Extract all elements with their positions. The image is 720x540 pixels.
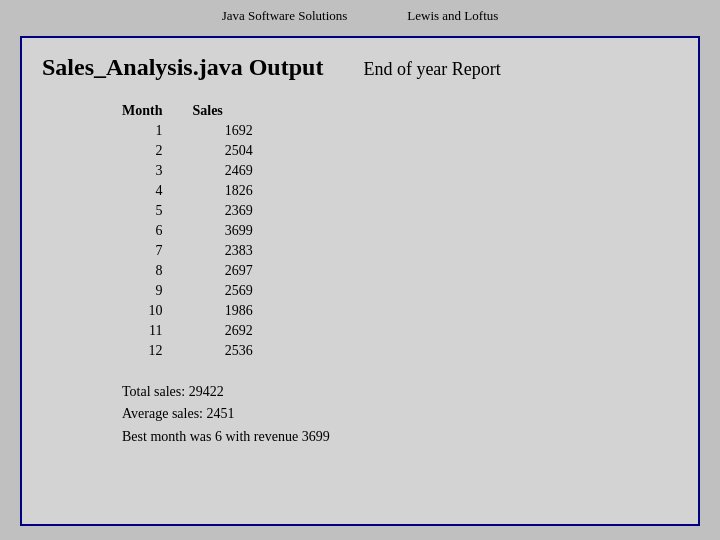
sales-cell: 2536 xyxy=(192,341,252,361)
table-row: 32469 xyxy=(122,161,253,181)
sales-cell: 1986 xyxy=(192,301,252,321)
table-row: 122536 xyxy=(122,341,253,361)
month-cell: 11 xyxy=(122,321,192,341)
table-row: 82697 xyxy=(122,261,253,281)
average-sales: Average sales: 2451 xyxy=(122,403,678,425)
month-cell: 1 xyxy=(122,121,192,141)
month-cell: 6 xyxy=(122,221,192,241)
sales-table: Month Sales 1169222504324694182652369636… xyxy=(122,101,253,361)
month-header: Month xyxy=(122,101,192,121)
table-row: 22504 xyxy=(122,141,253,161)
table-row: 63699 xyxy=(122,221,253,241)
sales-cell: 2692 xyxy=(192,321,252,341)
month-cell: 4 xyxy=(122,181,192,201)
table-row: 112692 xyxy=(122,321,253,341)
month-cell: 9 xyxy=(122,281,192,301)
sales-cell: 2469 xyxy=(192,161,252,181)
sales-cell: 1692 xyxy=(192,121,252,141)
page-title: Sales_Analysis.java Output xyxy=(42,54,323,81)
data-section: Month Sales 1169222504324694182652369636… xyxy=(122,101,678,361)
month-cell: 12 xyxy=(122,341,192,361)
top-bar: Java Software Solutions Lewis and Loftus xyxy=(0,0,720,32)
best-month: Best month was 6 with revenue 3699 xyxy=(122,426,678,448)
report-title: End of year Report xyxy=(363,59,500,80)
summary-section: Total sales: 29422 Average sales: 2451 B… xyxy=(122,381,678,448)
month-cell: 5 xyxy=(122,201,192,221)
table-row: 11692 xyxy=(122,121,253,141)
sales-cell: 2504 xyxy=(192,141,252,161)
total-sales: Total sales: 29422 xyxy=(122,381,678,403)
month-cell: 7 xyxy=(122,241,192,261)
table-header-row: Month Sales xyxy=(122,101,253,121)
sales-cell: 2383 xyxy=(192,241,252,261)
table-row: 92569 xyxy=(122,281,253,301)
sales-cell: 2569 xyxy=(192,281,252,301)
title-row: Sales_Analysis.java Output End of year R… xyxy=(42,54,678,81)
table-row: 41826 xyxy=(122,181,253,201)
sales-cell: 2369 xyxy=(192,201,252,221)
month-cell: 10 xyxy=(122,301,192,321)
month-cell: 3 xyxy=(122,161,192,181)
table-row: 72383 xyxy=(122,241,253,261)
sales-header: Sales xyxy=(192,101,252,121)
top-bar-left: Java Software Solutions xyxy=(222,8,348,24)
month-cell: 8 xyxy=(122,261,192,281)
sales-cell: 2697 xyxy=(192,261,252,281)
table-row: 101986 xyxy=(122,301,253,321)
month-cell: 2 xyxy=(122,141,192,161)
main-container: Sales_Analysis.java Output End of year R… xyxy=(20,36,700,526)
table-row: 52369 xyxy=(122,201,253,221)
sales-cell: 1826 xyxy=(192,181,252,201)
top-bar-right: Lewis and Loftus xyxy=(407,8,498,24)
sales-cell: 3699 xyxy=(192,221,252,241)
